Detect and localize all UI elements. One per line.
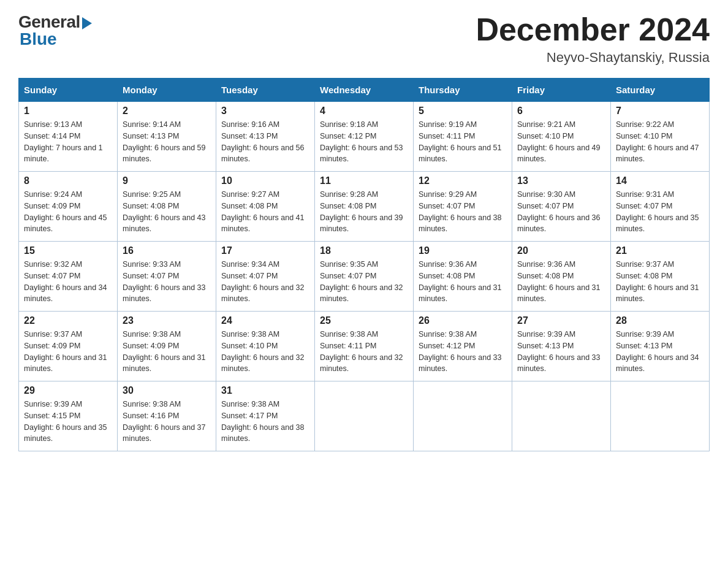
day-info: Sunrise: 9:27 AM Sunset: 4:08 PM Dayligh… — [221, 189, 309, 235]
table-row: 30 Sunrise: 9:38 AM Sunset: 4:16 PM Dayl… — [118, 381, 216, 451]
day-number: 19 — [419, 245, 507, 256]
day-info: Sunrise: 9:30 AM Sunset: 4:07 PM Dayligh… — [517, 189, 605, 235]
day-number: 25 — [320, 315, 408, 326]
logo-arrow-icon — [82, 17, 92, 29]
col-saturday: Saturday — [611, 79, 710, 102]
table-row — [315, 381, 414, 451]
day-info: Sunrise: 9:28 AM Sunset: 4:08 PM Dayligh… — [320, 189, 408, 235]
day-number: 16 — [123, 245, 211, 256]
day-number: 20 — [517, 245, 605, 256]
day-info: Sunrise: 9:36 AM Sunset: 4:08 PM Dayligh… — [419, 259, 507, 305]
day-number: 31 — [221, 385, 309, 396]
table-row: 25 Sunrise: 9:38 AM Sunset: 4:11 PM Dayl… — [315, 312, 414, 381]
day-number: 27 — [517, 315, 605, 326]
logo-blue-text: Blue — [20, 29, 57, 49]
day-number: 17 — [221, 245, 309, 256]
col-tuesday: Tuesday — [216, 79, 315, 102]
calendar-week-row: 1 Sunrise: 9:13 AM Sunset: 4:14 PM Dayli… — [19, 102, 710, 172]
table-row: 27 Sunrise: 9:39 AM Sunset: 4:13 PM Dayl… — [512, 312, 611, 381]
col-sunday: Sunday — [19, 79, 118, 102]
day-number: 21 — [616, 245, 704, 256]
day-number: 18 — [320, 245, 408, 256]
title-section: December 2024 Neyvo-Shaytanskiy, Russia — [476, 12, 710, 66]
day-info: Sunrise: 9:37 AM Sunset: 4:09 PM Dayligh… — [24, 329, 112, 375]
table-row: 9 Sunrise: 9:25 AM Sunset: 4:08 PM Dayli… — [118, 172, 216, 242]
table-row: 1 Sunrise: 9:13 AM Sunset: 4:14 PM Dayli… — [19, 102, 118, 172]
day-number: 9 — [123, 175, 211, 186]
day-info: Sunrise: 9:29 AM Sunset: 4:07 PM Dayligh… — [419, 189, 507, 235]
day-info: Sunrise: 9:35 AM Sunset: 4:07 PM Dayligh… — [320, 259, 408, 305]
day-info: Sunrise: 9:32 AM Sunset: 4:07 PM Dayligh… — [24, 259, 112, 305]
day-info: Sunrise: 9:38 AM Sunset: 4:11 PM Dayligh… — [320, 329, 408, 375]
day-number: 5 — [419, 105, 507, 117]
col-thursday: Thursday — [414, 79, 512, 102]
day-number: 15 — [24, 245, 112, 256]
table-row: 6 Sunrise: 9:21 AM Sunset: 4:10 PM Dayli… — [512, 102, 611, 172]
day-info: Sunrise: 9:18 AM Sunset: 4:12 PM Dayligh… — [320, 119, 408, 165]
day-number: 28 — [616, 315, 704, 326]
day-info: Sunrise: 9:16 AM Sunset: 4:13 PM Dayligh… — [221, 119, 309, 165]
table-row: 3 Sunrise: 9:16 AM Sunset: 4:13 PM Dayli… — [216, 102, 315, 172]
table-row: 4 Sunrise: 9:18 AM Sunset: 4:12 PM Dayli… — [315, 102, 414, 172]
day-info: Sunrise: 9:37 AM Sunset: 4:08 PM Dayligh… — [616, 259, 704, 305]
day-info: Sunrise: 9:25 AM Sunset: 4:08 PM Dayligh… — [123, 189, 211, 235]
table-row: 22 Sunrise: 9:37 AM Sunset: 4:09 PM Dayl… — [19, 312, 118, 381]
day-number: 6 — [517, 105, 605, 117]
day-number: 7 — [616, 105, 704, 117]
day-number: 24 — [221, 315, 309, 326]
day-info: Sunrise: 9:13 AM Sunset: 4:14 PM Dayligh… — [24, 119, 112, 165]
day-number: 8 — [24, 175, 112, 186]
table-row — [512, 381, 611, 451]
day-number: 23 — [123, 315, 211, 326]
table-row: 20 Sunrise: 9:36 AM Sunset: 4:08 PM Dayl… — [512, 242, 611, 312]
table-row: 31 Sunrise: 9:38 AM Sunset: 4:17 PM Dayl… — [216, 381, 315, 451]
day-info: Sunrise: 9:39 AM Sunset: 4:13 PM Dayligh… — [517, 329, 605, 375]
day-number: 4 — [320, 105, 408, 117]
day-number: 1 — [24, 105, 112, 117]
day-info: Sunrise: 9:33 AM Sunset: 4:07 PM Dayligh… — [123, 259, 211, 305]
calendar-week-row: 8 Sunrise: 9:24 AM Sunset: 4:09 PM Dayli… — [19, 172, 710, 242]
page-header: General Blue December 2024 Neyvo-Shaytan… — [18, 12, 710, 66]
day-number: 26 — [419, 315, 507, 326]
table-row: 10 Sunrise: 9:27 AM Sunset: 4:08 PM Dayl… — [216, 172, 315, 242]
day-number: 11 — [320, 175, 408, 186]
table-row: 8 Sunrise: 9:24 AM Sunset: 4:09 PM Dayli… — [19, 172, 118, 242]
day-info: Sunrise: 9:22 AM Sunset: 4:10 PM Dayligh… — [616, 119, 704, 165]
day-number: 13 — [517, 175, 605, 186]
col-monday: Monday — [118, 79, 216, 102]
day-info: Sunrise: 9:38 AM Sunset: 4:16 PM Dayligh… — [123, 399, 211, 445]
table-row: 5 Sunrise: 9:19 AM Sunset: 4:11 PM Dayli… — [414, 102, 512, 172]
table-row: 26 Sunrise: 9:38 AM Sunset: 4:12 PM Dayl… — [414, 312, 512, 381]
table-row — [611, 381, 710, 451]
day-info: Sunrise: 9:14 AM Sunset: 4:13 PM Dayligh… — [123, 119, 211, 165]
day-info: Sunrise: 9:39 AM Sunset: 4:15 PM Dayligh… — [24, 399, 112, 445]
day-number: 22 — [24, 315, 112, 326]
day-info: Sunrise: 9:38 AM Sunset: 4:12 PM Dayligh… — [419, 329, 507, 375]
day-number: 2 — [123, 105, 211, 117]
col-friday: Friday — [512, 79, 611, 102]
table-row: 13 Sunrise: 9:30 AM Sunset: 4:07 PM Dayl… — [512, 172, 611, 242]
table-row: 21 Sunrise: 9:37 AM Sunset: 4:08 PM Dayl… — [611, 242, 710, 312]
day-info: Sunrise: 9:19 AM Sunset: 4:11 PM Dayligh… — [419, 119, 507, 165]
day-number: 30 — [123, 385, 211, 396]
calendar-week-row: 29 Sunrise: 9:39 AM Sunset: 4:15 PM Dayl… — [19, 381, 710, 451]
table-row: 16 Sunrise: 9:33 AM Sunset: 4:07 PM Dayl… — [118, 242, 216, 312]
calendar-header-row: Sunday Monday Tuesday Wednesday Thursday… — [19, 79, 710, 102]
table-row: 2 Sunrise: 9:14 AM Sunset: 4:13 PM Dayli… — [118, 102, 216, 172]
table-row: 11 Sunrise: 9:28 AM Sunset: 4:08 PM Dayl… — [315, 172, 414, 242]
day-info: Sunrise: 9:38 AM Sunset: 4:09 PM Dayligh… — [123, 329, 211, 375]
day-number: 12 — [419, 175, 507, 186]
day-info: Sunrise: 9:34 AM Sunset: 4:07 PM Dayligh… — [221, 259, 309, 305]
table-row: 17 Sunrise: 9:34 AM Sunset: 4:07 PM Dayl… — [216, 242, 315, 312]
table-row: 14 Sunrise: 9:31 AM Sunset: 4:07 PM Dayl… — [611, 172, 710, 242]
table-row: 12 Sunrise: 9:29 AM Sunset: 4:07 PM Dayl… — [414, 172, 512, 242]
calendar-week-row: 15 Sunrise: 9:32 AM Sunset: 4:07 PM Dayl… — [19, 242, 710, 312]
col-wednesday: Wednesday — [315, 79, 414, 102]
day-number: 3 — [221, 105, 309, 117]
day-number: 29 — [24, 385, 112, 396]
day-info: Sunrise: 9:38 AM Sunset: 4:17 PM Dayligh… — [221, 399, 309, 445]
table-row: 29 Sunrise: 9:39 AM Sunset: 4:15 PM Dayl… — [19, 381, 118, 451]
day-info: Sunrise: 9:39 AM Sunset: 4:13 PM Dayligh… — [616, 329, 704, 375]
location-text: Neyvo-Shaytanskiy, Russia — [476, 50, 710, 66]
day-info: Sunrise: 9:24 AM Sunset: 4:09 PM Dayligh… — [24, 189, 112, 235]
